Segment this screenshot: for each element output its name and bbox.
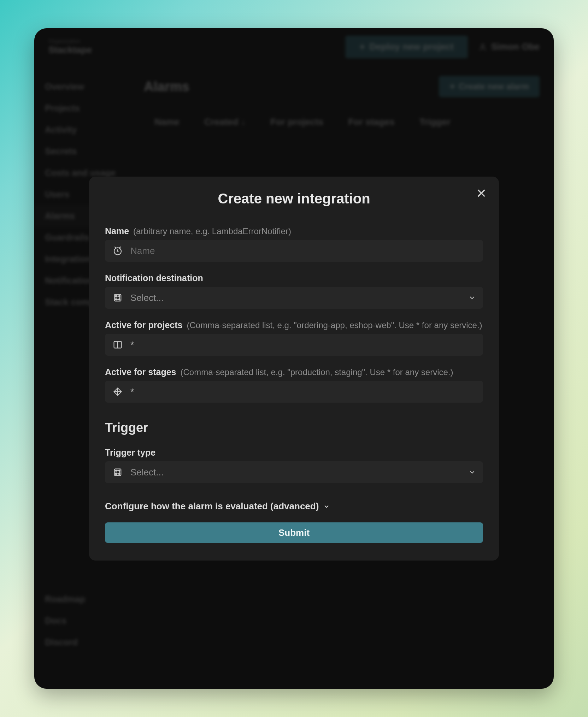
destination-label: Notification destination [105,273,203,283]
advanced-label: Configure how the alarm is evaluated (ad… [105,501,319,512]
trigger-section-title: Trigger [105,420,483,435]
trigger-type-select[interactable]: Select... [105,461,483,483]
trigger-type-placeholder: Select... [130,467,461,478]
diamond-icon [112,386,123,397]
name-input-row [105,240,483,262]
stages-input[interactable] [130,386,476,397]
name-hint: (arbitrary name, e.g. LambdaErrorNotifie… [133,226,291,236]
stages-input-row [105,381,483,403]
modal-overlay: ✕ Create new integration Name (arbitrary… [34,28,554,689]
chevron-down-icon [468,468,476,476]
trigger-type-label: Trigger type [105,448,155,458]
stages-label: Active for stages [105,367,176,377]
destination-select[interactable]: Select... [105,287,483,309]
projects-input-row [105,334,483,356]
projects-input[interactable] [130,339,476,350]
close-icon[interactable]: ✕ [476,187,487,200]
projects-hint: (Comma-separated list, e.g. "ordering-ap… [187,320,482,330]
name-label: Name [105,226,129,236]
modal-title: Create new integration [105,191,483,207]
destination-icon [112,292,123,303]
trigger-type-icon [112,467,123,478]
submit-button[interactable]: Submit [105,522,483,543]
projects-label: Active for projects [105,320,183,330]
stages-hint: (Comma-separated list, e.g. "production,… [180,367,453,377]
destination-placeholder: Select... [130,292,461,303]
app-window: Organization Stacktape + Deploy new proj… [34,28,554,689]
create-integration-modal: ✕ Create new integration Name (arbitrary… [89,177,499,561]
columns-icon [112,339,123,350]
chevron-down-icon [468,294,476,302]
advanced-toggle[interactable]: Configure how the alarm is evaluated (ad… [105,501,483,512]
alarm-add-icon [112,245,123,256]
name-input[interactable] [130,245,476,256]
chevron-down-icon [323,503,330,510]
